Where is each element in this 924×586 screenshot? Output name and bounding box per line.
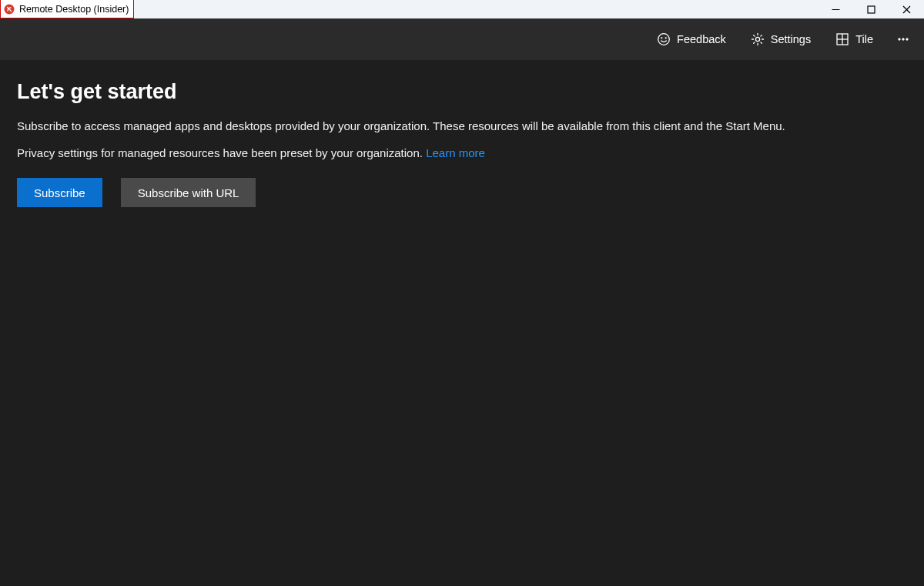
- subscribe-url-button[interactable]: Subscribe with URL: [121, 178, 256, 207]
- feedback-label: Feedback: [677, 33, 726, 45]
- maximize-button[interactable]: [853, 0, 889, 18]
- close-button[interactable]: [889, 0, 924, 18]
- more-icon: [896, 32, 910, 46]
- privacy-text-prefix: Privacy settings for managed resources h…: [17, 146, 426, 159]
- tile-button[interactable]: Tile: [826, 28, 882, 51]
- feedback-button[interactable]: Feedback: [648, 28, 735, 51]
- page-title: Let's get started: [17, 80, 907, 104]
- svg-point-14: [906, 39, 908, 40]
- settings-label: Settings: [771, 33, 811, 45]
- svg-rect-2: [868, 6, 875, 13]
- tile-label: Tile: [855, 33, 873, 45]
- subscribe-button[interactable]: Subscribe: [17, 178, 102, 207]
- svg-point-12: [899, 39, 900, 40]
- window-controls: [818, 0, 924, 18]
- svg-point-6: [661, 38, 662, 39]
- titlebar: Remote Desktop (Insider): [0, 0, 924, 18]
- learn-more-link[interactable]: Learn more: [426, 146, 485, 159]
- privacy-text: Privacy settings for managed resources h…: [17, 145, 907, 161]
- svg-point-7: [665, 38, 666, 39]
- svg-point-8: [755, 37, 759, 41]
- titlebar-left: Remote Desktop (Insider): [0, 0, 134, 18]
- intro-text: Subscribe to access managed apps and des…: [17, 118, 907, 134]
- button-row: Subscribe Subscribe with URL: [17, 178, 907, 207]
- minimize-button[interactable]: [818, 0, 853, 18]
- more-button[interactable]: [889, 28, 918, 51]
- settings-button[interactable]: Settings: [742, 28, 820, 51]
- svg-point-5: [658, 34, 670, 45]
- gear-icon: [751, 32, 765, 46]
- svg-point-13: [902, 39, 904, 40]
- smile-icon: [657, 32, 671, 46]
- main-content: Let's get started Subscribe to access ma…: [0, 60, 924, 586]
- window-title: Remote Desktop (Insider): [19, 4, 129, 15]
- app-icon: [4, 4, 15, 15]
- tile-icon: [835, 32, 849, 46]
- command-bar: Feedback Settings Tile: [0, 18, 924, 60]
